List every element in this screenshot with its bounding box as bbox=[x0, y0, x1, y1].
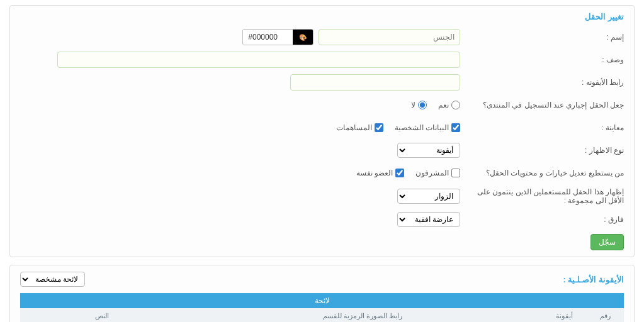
icon-url-input[interactable] bbox=[290, 74, 460, 91]
col-icon: أيقونة bbox=[542, 308, 586, 322]
label-group: إظهار هذا الحقل للمستعملين الذين ينتمون … bbox=[460, 187, 624, 205]
col-url: رابط الصورة الرمزية للقسم bbox=[183, 308, 542, 322]
label-separator: فارق : bbox=[460, 215, 624, 224]
col-text: النص bbox=[20, 308, 183, 322]
check-personal-data[interactable]: البيانات الشخصية bbox=[395, 123, 460, 132]
original-icon-panel: الأيقونة الأصـلـية : لائحة مشخصة لائحة ر… bbox=[9, 265, 635, 322]
name-input[interactable] bbox=[319, 29, 460, 45]
separator-select[interactable]: عارضة افقية bbox=[397, 212, 460, 227]
label-who-can-edit: من يستطيع تعديل خيارات و محتويات الحقل؟ bbox=[460, 169, 624, 177]
radio-no-input[interactable] bbox=[418, 101, 427, 109]
color-picker[interactable]: 🎨 #000000 bbox=[242, 29, 314, 45]
change-field-panel: تغيير الحقل إسم : 🎨 #000000 وصف : رابط ا… bbox=[9, 5, 635, 257]
preview-check-group: البيانات الشخصية المساهمات bbox=[336, 123, 460, 132]
check-moderators[interactable]: المشرفون bbox=[415, 169, 460, 177]
label-name: إسم : bbox=[460, 33, 624, 42]
required-radio-group: نعم لا bbox=[411, 101, 460, 109]
check-moderators-input[interactable] bbox=[451, 169, 460, 177]
desc-input[interactable] bbox=[57, 52, 460, 68]
label-required: جعل الحقل إجباري عند التسجيل في المنتدى؟ bbox=[460, 101, 624, 109]
panel2-title: الأيقونة الأصـلـية : bbox=[563, 275, 624, 284]
label-display-type: نوع الاظهار : bbox=[460, 146, 624, 155]
color-value: #000000 bbox=[243, 30, 293, 45]
label-icon-url: رابط الأيقونه : bbox=[460, 78, 624, 87]
check-member-self[interactable]: العضو نفسه bbox=[356, 169, 404, 177]
label-preview: معاينة : bbox=[460, 123, 624, 132]
radio-yes[interactable]: نعم bbox=[438, 101, 460, 109]
display-type-select[interactable]: أيقونة bbox=[397, 143, 460, 158]
col-num: رقم bbox=[586, 308, 624, 322]
panel-title: تغيير الحقل bbox=[20, 12, 624, 21]
group-select[interactable]: الزوار bbox=[397, 189, 460, 204]
label-desc: وصف : bbox=[460, 55, 624, 64]
check-posts-input[interactable] bbox=[375, 123, 383, 132]
check-posts[interactable]: المساهمات bbox=[336, 123, 383, 132]
radio-yes-input[interactable] bbox=[451, 101, 460, 109]
radio-no[interactable]: لا bbox=[411, 101, 427, 109]
save-button[interactable]: سجّل bbox=[590, 234, 624, 250]
palette-icon: 🎨 bbox=[293, 30, 313, 45]
icon-table: لائحة رقم أيقونة رابط الصورة الرمزية للق… bbox=[20, 293, 624, 322]
check-member-self-input[interactable] bbox=[395, 169, 404, 177]
edit-check-group: المشرفون العضو نفسه bbox=[356, 169, 460, 177]
table-caption: لائحة bbox=[20, 293, 624, 308]
check-personal-data-input[interactable] bbox=[451, 123, 460, 132]
list-type-select[interactable]: لائحة مشخصة bbox=[20, 272, 85, 287]
